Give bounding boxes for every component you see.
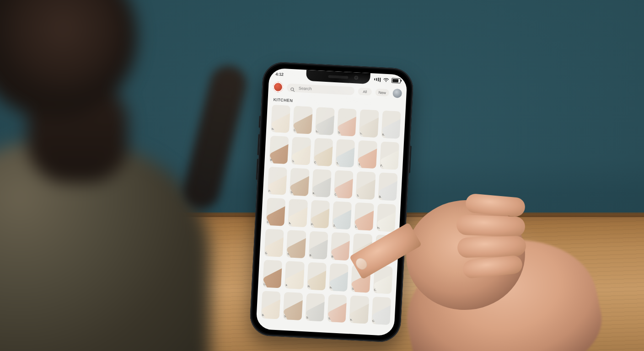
product-thumbnail — [330, 232, 350, 261]
product-card[interactable]: Tray$12 — [335, 139, 355, 167]
product-thumbnail — [305, 293, 325, 321]
product-thumbnail — [332, 201, 352, 229]
smartphone: 4:12 — [249, 61, 414, 343]
phone-screen[interactable]: 4:12 — [256, 68, 408, 336]
product-thumbnail — [354, 202, 374, 231]
product-thumbnail — [329, 263, 349, 292]
product-thumbnail — [284, 261, 304, 289]
product-thumbnail — [376, 203, 396, 232]
product-card[interactable]: Board$13 — [330, 232, 350, 261]
product-thumbnail — [375, 234, 394, 263]
product-thumbnail — [266, 198, 285, 226]
battery-icon — [392, 78, 401, 83]
product-thumbnail — [359, 109, 379, 138]
product-thumbnail — [311, 169, 331, 197]
filter-chip-1[interactable]: New — [375, 89, 389, 97]
product-thumbnail — [356, 171, 376, 200]
product-thumbnail — [371, 297, 391, 325]
product-thumbnail — [290, 168, 309, 196]
product-thumbnail — [349, 295, 369, 324]
product-card[interactable]: Mirror$44 — [288, 199, 307, 227]
product-thumbnail — [286, 230, 306, 258]
product-thumbnail — [288, 199, 307, 227]
product-card[interactable]: Cutlery$19 — [334, 170, 354, 198]
product-card[interactable]: Tongs$8 — [327, 294, 347, 323]
product-thumbnail — [378, 172, 397, 201]
product-card[interactable]: Sofa$399 — [337, 108, 357, 136]
product-card[interactable]: Jar$6 — [332, 201, 352, 229]
product-thumbnail — [327, 294, 347, 323]
product-thumbnail — [271, 105, 290, 133]
product-card[interactable]: Bin$17 — [308, 231, 328, 260]
product-card[interactable]: Mat$10 — [329, 263, 349, 292]
product-card[interactable]: Pillow$21 — [353, 234, 372, 262]
status-time: 4:12 — [275, 72, 284, 77]
product-card[interactable]: Rug$89 — [381, 111, 401, 139]
brand-logo-icon[interactable] — [273, 82, 283, 92]
product-card[interactable]: Chair$49 — [293, 106, 312, 134]
product-thumbnail — [351, 265, 370, 293]
product-card[interactable]: Shade$23 — [305, 293, 325, 321]
product-card[interactable]: Mug$6 — [271, 105, 290, 133]
product-card[interactable]: Rack$28 — [307, 262, 327, 290]
product-card[interactable]: Desk$149 — [354, 202, 374, 231]
product-card[interactable]: Pot$16 — [284, 261, 304, 289]
product-card[interactable]: Glass$3 — [264, 229, 284, 257]
product-thumbnail — [261, 291, 280, 319]
product-card[interactable]: Candle$11 — [266, 198, 285, 226]
product-thumbnail — [293, 106, 312, 134]
product-card[interactable]: Knife$15 — [349, 295, 369, 324]
product-thumbnail — [315, 107, 334, 135]
product-card[interactable]: Cup$4 — [373, 266, 392, 294]
product-thumbnail — [283, 292, 303, 320]
product-thumbnail — [337, 108, 357, 136]
product-thumbnail — [263, 260, 282, 288]
product-thumbnail — [308, 231, 328, 260]
product-card[interactable]: Plant$18 — [268, 167, 287, 195]
product-card[interactable]: Vase$14 — [359, 109, 379, 138]
product-card[interactable]: Light$34 — [263, 260, 282, 288]
product-thumbnail — [380, 141, 399, 170]
product-card[interactable]: Lamp$29 — [315, 107, 334, 135]
product-thumbnail — [334, 170, 354, 198]
product-thumbnail — [269, 136, 289, 164]
search-field[interactable] — [287, 84, 355, 96]
product-card[interactable]: Table$199 — [286, 230, 306, 258]
product-thumbnail — [307, 262, 327, 290]
product-card[interactable]: Frame$8 — [380, 141, 399, 170]
signal-icon — [374, 77, 381, 82]
product-card[interactable]: Set$32 — [351, 265, 370, 293]
product-card[interactable]: Towel$7 — [356, 171, 376, 200]
wifi-icon — [383, 78, 389, 82]
product-thumbnail — [381, 111, 401, 139]
product-card[interactable]: Plate$5 — [310, 200, 330, 229]
product-thumbnail — [373, 266, 392, 294]
product-card[interactable]: Throw$35 — [357, 140, 377, 169]
product-thumbnail — [268, 167, 287, 195]
search-icon — [290, 85, 295, 90]
product-grid[interactable]: Mug$6Chair$49Lamp$29Sofa$399Vase$14Rug$8… — [256, 104, 405, 336]
product-card[interactable]: Stool$39 — [290, 168, 309, 196]
scene-photo: 4:12 — [0, 0, 644, 351]
product-thumbnail — [335, 139, 355, 167]
product-card[interactable]: Soap$5 — [283, 292, 303, 320]
product-card[interactable]: Brush$6 — [261, 291, 280, 319]
product-card[interactable]: Oven$249 — [371, 297, 391, 325]
product-card[interactable]: Basket$22 — [378, 172, 397, 201]
filter-chip-0[interactable]: All — [358, 88, 372, 96]
product-thumbnail — [353, 234, 372, 262]
product-card[interactable]: Kettle$27 — [311, 169, 331, 197]
product-thumbnail — [264, 229, 284, 257]
svg-line-1 — [293, 90, 295, 92]
product-card[interactable]: Clock$24 — [313, 138, 333, 166]
product-thumbnail — [313, 138, 333, 166]
product-card[interactable]: Hook$4 — [376, 203, 396, 232]
product-card[interactable]: Pan$26 — [375, 234, 394, 263]
product-card[interactable]: Shelf$59 — [291, 137, 311, 165]
product-thumbnail — [291, 137, 311, 165]
product-card[interactable]: Bowl$9 — [269, 136, 289, 164]
profile-avatar[interactable] — [392, 89, 402, 98]
search-input[interactable] — [298, 85, 351, 94]
product-thumbnail — [310, 200, 330, 229]
product-thumbnail — [357, 140, 377, 169]
